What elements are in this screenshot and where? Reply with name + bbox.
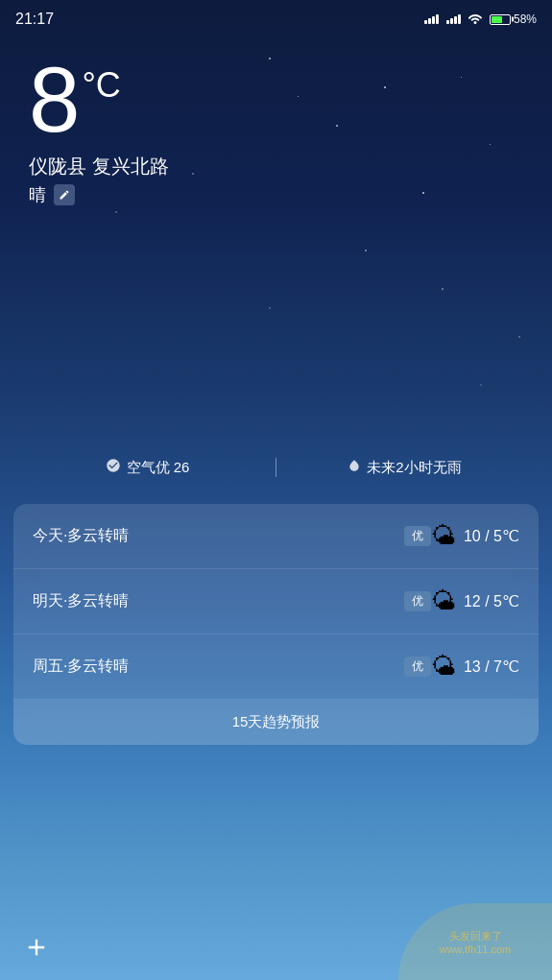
temperature-value: 8 [29,54,80,146]
battery-percent: 58% [514,12,537,26]
forecast-icon-area-friday: 🌤 13 / 7℃ [431,652,519,681]
watermark-text: 头发回来了www.tfh11.com [432,921,519,963]
forecast-badge-tomorrow: 优 [404,591,431,611]
forecast-day-tomorrow: 明天·多云转晴 [33,591,396,611]
rain-forecast-text: 未来2小时无雨 [367,459,461,477]
air-quality-text: 空气优 26 [127,459,190,477]
forecast-weather-icon-friday: 🌤 [431,652,456,681]
forecast-weather-icon-today: 🌤 [431,521,456,551]
forecast-day-today: 今天·多云转晴 [33,526,396,546]
rain-forecast-item: 未来2小时无雨 [286,458,523,477]
edit-condition-button[interactable] [54,184,75,205]
status-icons: 58% [424,12,537,27]
weather-main: 8 °C 仪陇县 复兴北路 晴 [0,35,552,216]
battery-indicator: 58% [490,12,537,26]
forecast-card: 今天·多云转晴 优 🌤 10 / 5℃ 明天·多云转晴 优 🌤 12 / 5℃ … [13,504,539,745]
forecast-temp-tomorrow: 12 / 5℃ [464,592,519,610]
signal-icon-1 [424,14,439,24]
forecast-row-tomorrow[interactable]: 明天·多云转晴 优 🌤 12 / 5℃ [13,569,539,634]
location-name: 仪陇县 复兴北路 [29,154,523,179]
weather-condition: 晴 [29,183,523,206]
temperature-display: 8 °C [29,54,523,146]
forecast-temp-friday: 13 / 7℃ [464,657,519,676]
forecast-icon-area-tomorrow: 🌤 12 / 5℃ [431,586,519,616]
forecast-icon-area-today: 🌤 10 / 5℃ [431,521,519,551]
status-time: 21:17 [15,11,54,28]
wifi-icon [468,12,483,27]
condition-text: 晴 [29,183,46,206]
info-bar: 空气优 26 未来2小时无雨 [0,446,552,489]
signal-icon-2 [446,14,461,24]
forecast-badge-today: 优 [404,526,431,546]
forecast-row-today[interactable]: 今天·多云转晴 优 🌤 10 / 5℃ [13,504,539,569]
rain-icon [348,458,361,477]
forecast-badge-friday: 优 [404,657,431,677]
fifteen-day-button[interactable]: 15天趋势预报 [13,700,539,745]
temperature-unit: °C [82,65,120,106]
status-bar: 21:17 [0,0,552,35]
forecast-day-friday: 周五·多云转晴 [33,657,396,677]
air-quality-icon [106,458,121,477]
forecast-row-friday[interactable]: 周五·多云转晴 优 🌤 13 / 7℃ [13,634,539,700]
info-divider [276,458,276,477]
forecast-weather-icon-tomorrow: 🌤 [431,586,456,616]
forecast-temp-today: 10 / 5℃ [464,527,519,545]
battery-icon [490,14,511,25]
add-location-button[interactable] [19,930,54,965]
air-quality-item: 空气优 26 [29,458,266,477]
